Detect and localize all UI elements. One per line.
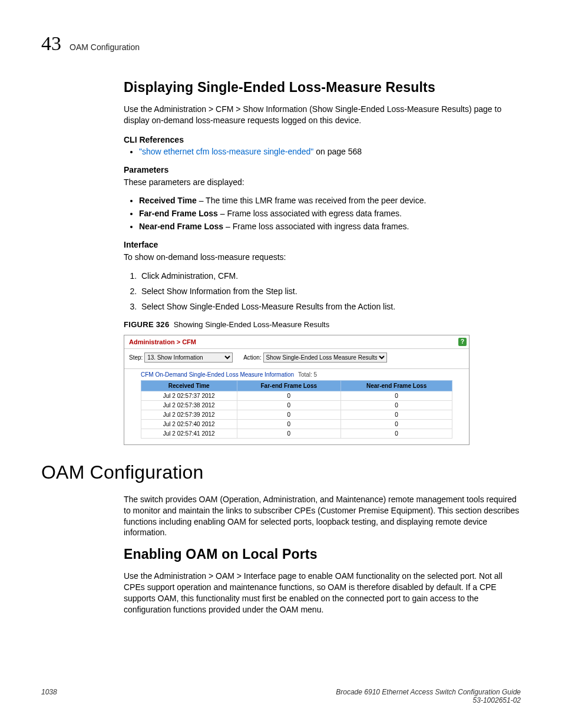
cli-reference-link[interactable]: "show ethernet cfm loss-measure single-e… — [139, 147, 313, 156]
col-received-time: Received Time — [141, 380, 237, 391]
major-heading: OAM Configuration — [41, 462, 521, 483]
section-heading: Displaying Single-Ended Loss-Measure Res… — [124, 80, 521, 95]
parameters-list: Received Time – The time this LMR frame … — [124, 196, 521, 231]
figure-caption-text: Showing Single-Ended Loss-Measure Result… — [174, 320, 329, 329]
interface-intro: To show on-demand loss-measure requests: — [124, 252, 521, 263]
interface-step: Select Show Single-Ended Loss-Measure Re… — [139, 302, 521, 311]
running-header: 43 OAM Configuration — [41, 32, 521, 55]
action-select[interactable]: Show Single-Ended Loss Measure Results — [263, 353, 387, 363]
step-select[interactable]: 13. Show Information — [144, 353, 233, 363]
help-icon[interactable]: ? — [458, 338, 467, 346]
chapter-number: 43 — [41, 32, 61, 55]
parameter-item: Near-end Frame Loss – Frame loss associa… — [139, 222, 521, 231]
page-number: 1038 — [41, 688, 57, 704]
cli-reference-item: "show ethernet cfm loss-measure single-e… — [139, 147, 521, 156]
table-row: Jul 2 02:57:39 201200 — [141, 410, 452, 419]
interface-label: Interface — [124, 239, 521, 251]
chapter-title: OAM Configuration — [70, 42, 140, 52]
interface-step: Select Show Information from the Step li… — [139, 286, 521, 296]
interface-steps: Click Administration, CFM. Select Show I… — [124, 271, 521, 311]
cli-reference-suffix: on page 568 — [313, 147, 362, 156]
page-footer: 1038 Brocade 6910 Ethernet Access Switch… — [41, 688, 521, 704]
subsection-intro: Use the Administration > OAM > Interface… — [124, 571, 521, 615]
figure-caption: FIGURE 326 Showing Single-Ended Loss-Mea… — [124, 319, 521, 330]
cli-references-label: CLI References — [124, 134, 521, 146]
doc-number: 53-1002651-02 — [473, 696, 521, 704]
oam-intro: The switch provides OAM (Operation, Admi… — [124, 494, 521, 539]
table-row: Jul 2 02:57:38 201200 — [141, 400, 452, 410]
table-row: Jul 2 02:57:37 201200 — [141, 391, 452, 400]
col-far-end: Far-end Frame Loss — [237, 380, 341, 391]
figure-label: FIGURE 326 — [124, 320, 169, 329]
interface-step: Click Administration, CFM. — [139, 271, 521, 281]
section-intro: Use the Administration > CFM > Show Info… — [124, 104, 521, 126]
parameter-item: Received Time – The time this LMR frame … — [139, 196, 521, 205]
parameters-intro: These parameters are displayed: — [124, 177, 521, 188]
ui-breadcrumb: Administration > CFM — [129, 338, 196, 345]
ui-table-title: CFM On-Demand Single-Ended Loss Measure … — [141, 371, 294, 378]
cli-references-list: "show ethernet cfm loss-measure single-e… — [124, 147, 521, 156]
col-near-end: Near-end Frame Loss — [341, 380, 452, 391]
loss-measure-table: Received Time Far-end Frame Loss Near-en… — [141, 380, 452, 439]
step-label: Step: — [129, 354, 143, 361]
action-label: Action: — [243, 354, 262, 361]
ui-total-label: Total: 5 — [298, 371, 317, 378]
table-row: Jul 2 02:57:40 201200 — [141, 419, 452, 429]
table-row: Jul 2 02:57:41 201200 — [141, 429, 452, 438]
parameters-label: Parameters — [124, 164, 521, 176]
embedded-ui-screenshot: Administration > CFM ? Step: 13. Show In… — [124, 335, 470, 445]
subsection-heading: Enabling OAM on Local Ports — [124, 546, 521, 562]
parameter-item: Far-end Frame Loss – Frame loss associat… — [139, 209, 521, 218]
book-title: Brocade 6910 Ethernet Access Switch Conf… — [336, 688, 521, 696]
